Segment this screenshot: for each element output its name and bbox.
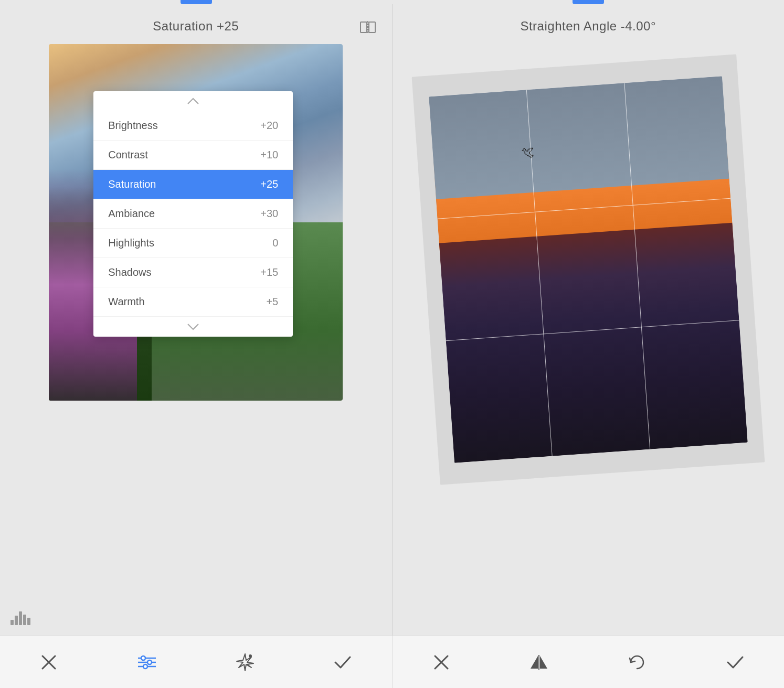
sea-photo: 🕊 bbox=[429, 76, 747, 463]
compare-button[interactable] bbox=[359, 19, 376, 39]
svg-point-8 bbox=[147, 660, 152, 664]
highlights-item[interactable]: Highlights 0 bbox=[93, 229, 293, 258]
top-bar-left bbox=[0, 0, 392, 4]
bottom-left-bar bbox=[0, 636, 392, 688]
bird-silhouette: 🕊 bbox=[521, 145, 534, 160]
svg-point-10 bbox=[143, 664, 147, 669]
svg-marker-16 bbox=[540, 656, 547, 669]
flip-button[interactable] bbox=[523, 647, 555, 678]
contrast-item[interactable]: Contrast +10 bbox=[93, 141, 293, 170]
shadows-label: Shadows bbox=[108, 266, 151, 278]
left-photo: Brightness +20 Contrast +10 Saturation +… bbox=[49, 44, 343, 401]
scroll-down-button[interactable] bbox=[93, 317, 293, 337]
svg-rect-1 bbox=[369, 22, 375, 33]
top-bar bbox=[0, 0, 784, 4]
brightness-label: Brightness bbox=[108, 120, 158, 132]
hist-bar-1 bbox=[10, 620, 14, 625]
histogram-icon[interactable] bbox=[10, 606, 30, 625]
adjust-button[interactable] bbox=[131, 647, 163, 678]
right-close-button[interactable] bbox=[426, 647, 457, 678]
left-top-indicator bbox=[181, 0, 212, 4]
highlights-label: Highlights bbox=[108, 237, 154, 249]
right-top-indicator bbox=[573, 0, 604, 4]
warmth-label: Warmth bbox=[108, 296, 144, 308]
left-panel: Saturation +25 Brightness bbox=[0, 4, 392, 636]
bottom-row bbox=[0, 636, 784, 688]
svg-point-6 bbox=[141, 656, 145, 660]
left-panel-title: Saturation +25 bbox=[153, 19, 239, 34]
brightness-item[interactable]: Brightness +20 bbox=[93, 111, 293, 141]
right-photo-container: 🕊 bbox=[436, 81, 740, 458]
contrast-value: +10 bbox=[260, 149, 278, 161]
hist-bar-3 bbox=[19, 611, 22, 625]
left-close-button[interactable] bbox=[33, 647, 65, 678]
ambiance-value: +30 bbox=[260, 208, 278, 220]
hist-bar-5 bbox=[27, 618, 30, 625]
hist-bar-4 bbox=[23, 615, 26, 625]
adjustments-panel: Brightness +20 Contrast +10 Saturation +… bbox=[93, 91, 293, 337]
scroll-up-button[interactable] bbox=[93, 91, 293, 111]
svg-rect-0 bbox=[361, 22, 367, 33]
contrast-label: Contrast bbox=[108, 149, 148, 161]
warmth-item[interactable]: Warmth +5 bbox=[93, 287, 293, 317]
sea-water bbox=[439, 223, 748, 463]
right-panel-title: Straighten Angle -4.00° bbox=[520, 19, 656, 34]
saturation-item[interactable]: Saturation +25 bbox=[93, 170, 293, 199]
svg-point-12 bbox=[249, 654, 252, 658]
sea-photo-rotated: 🕊 bbox=[429, 76, 747, 463]
shadows-item[interactable]: Shadows +15 bbox=[93, 258, 293, 287]
hist-bar-2 bbox=[15, 616, 18, 625]
warmth-value: +5 bbox=[266, 296, 278, 308]
top-bar-right bbox=[392, 0, 784, 4]
brightness-value: +20 bbox=[260, 120, 278, 132]
shadows-value: +15 bbox=[260, 266, 278, 278]
ambiance-item[interactable]: Ambiance +30 bbox=[93, 199, 293, 229]
svg-marker-15 bbox=[531, 656, 538, 669]
highlights-value: 0 bbox=[272, 237, 278, 249]
saturation-value: +25 bbox=[260, 178, 278, 190]
auto-enhance-button[interactable] bbox=[229, 647, 261, 678]
ambiance-label: Ambiance bbox=[108, 208, 155, 220]
left-confirm-button[interactable] bbox=[327, 647, 358, 678]
right-panel: Straighten Angle -4.00° 🕊 bbox=[393, 4, 785, 636]
rotate-button[interactable] bbox=[621, 647, 653, 678]
main-content: Saturation +25 Brightness bbox=[0, 4, 784, 636]
bottom-right-bar bbox=[393, 636, 785, 688]
saturation-label: Saturation bbox=[108, 178, 156, 190]
right-confirm-button[interactable] bbox=[719, 647, 751, 678]
